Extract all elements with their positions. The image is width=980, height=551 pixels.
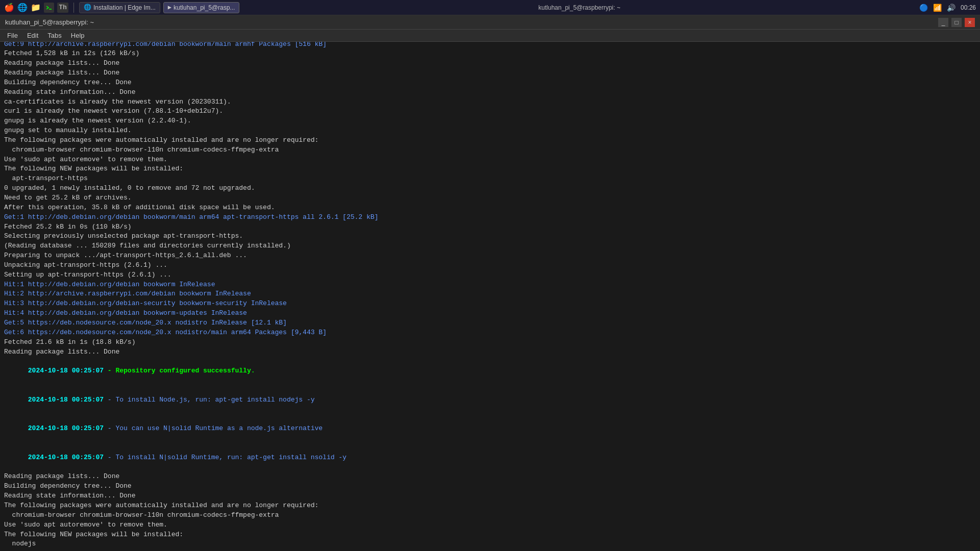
line-reading3: Reading package lists... Done <box>4 347 976 357</box>
terminal-icon-taskbar[interactable] <box>44 3 54 13</box>
line-new-packages2: The following NEW packages will be insta… <box>4 530 976 540</box>
terminal-taskbar-btn[interactable]: ▶ kutluhan_pi_5@rasp... <box>163 2 240 13</box>
minimize-button[interactable]: _ <box>938 18 948 27</box>
taskbar-left: 🍎 🌐 📁 Th 🌐 Installation | Edge Im... ▶ k… <box>4 2 239 13</box>
line-upgraded: 0 upgraded, 1 newly installed, 0 to remo… <box>4 184 976 193</box>
line-gnupg2: gnupg set to manually installed. <box>4 126 976 136</box>
line-gnupg1: gnupg is already the newest version (2.2… <box>4 116 976 126</box>
titlebar-controls: _ □ × <box>938 18 975 27</box>
menu-file[interactable]: File <box>3 31 22 40</box>
line-fetched2: Fetched 25.2 kB in 0s (110 kB/s) <box>4 222 976 232</box>
terminal-title-text: kutluhan_pi_5@raspberrypi: ~ <box>5 18 94 26</box>
line-preparing: Preparing to unpack .../apt-transport-ht… <box>4 251 976 261</box>
browser-icon[interactable]: 🌐 <box>17 3 28 13</box>
line-repo-configured: 2024-10-18 00:25:07 - Repository configu… <box>4 357 976 386</box>
taskbar-title: kutluhan_pi_5@raspberrypi: ~ <box>538 4 621 11</box>
line-get-node2: Get:6 https://deb.nodesource.com/node_20… <box>4 328 976 338</box>
apple-icon[interactable]: 🍎 <box>4 3 14 13</box>
line-chromium2: chromium-browser chromium-browser-l10n c… <box>4 511 976 520</box>
edge-taskbar-btn[interactable]: 🌐 Installation | Edge Im... <box>79 2 160 13</box>
menu-edit[interactable]: Edit <box>23 31 42 40</box>
terminal-body[interactable]: kutluhan_pi_5@raspberrypi:~ $ curl -sL h… <box>0 42 980 551</box>
volume-icon: 🔊 <box>947 4 955 12</box>
line-auto-installed: The following packages were automaticall… <box>4 136 976 145</box>
line-reading-db: (Reading database ... 150289 files and d… <box>4 241 976 251</box>
line-new-packages: The following NEW packages will be insta… <box>4 164 976 174</box>
wifi-icon: 📶 <box>933 4 942 12</box>
line-hit2-4: Hit:4 http://deb.debian.org/debian bookw… <box>4 309 976 318</box>
files-icon[interactable]: 📁 <box>31 3 41 13</box>
line-get9: Get:9 http://archive.raspberrypi.com/deb… <box>4 42 976 49</box>
line-get-apt: Get:1 http://deb.debian.org/debian bookw… <box>4 213 976 222</box>
line-fetched: Fetched 1,528 kB in 12s (126 kB/s) <box>4 49 976 59</box>
line-unpacking: Unpacking apt-transport-https (2.6.1) ..… <box>4 261 976 270</box>
line-hit2-3: Hit:3 http://deb.debian.org/debian-secur… <box>4 299 976 309</box>
line-selecting: Selecting previously unselected package … <box>4 232 976 241</box>
bluetooth-icon: 🔵 <box>919 4 928 12</box>
line-apt-transport: apt-transport-https <box>4 174 976 184</box>
line-install-node: 2024-10-18 00:25:07 - To install Node.js… <box>4 386 976 415</box>
line-autoremove: Use 'sudo apt autoremove' to remove them… <box>4 155 976 165</box>
line-nsolid-can: 2024-10-18 00:25:07 - You can use N|soli… <box>4 414 976 443</box>
line-auto2: The following packages were automaticall… <box>4 501 976 511</box>
line-nodejs: nodejs <box>4 539 976 549</box>
line-state2: Reading state information... Done <box>4 491 976 501</box>
menu-tabs[interactable]: Tabs <box>43 31 65 40</box>
line-cacert: ca-certificates is already the newest ve… <box>4 97 976 107</box>
menu-bar: File Edit Tabs Help <box>0 30 980 42</box>
line-curl: curl is already the newest version (7.88… <box>4 107 976 116</box>
maximize-button[interactable]: □ <box>951 18 962 27</box>
line-nsolid-install: 2024-10-18 00:25:07 - To install N|solid… <box>4 443 976 472</box>
line-fetched3: Fetched 21.6 kB in 1s (18.8 kB/s) <box>4 338 976 347</box>
clock: 00:26 <box>961 4 976 11</box>
line-setting-up: Setting up apt-transport-https (2.6.1) .… <box>4 270 976 280</box>
line-need-get: Need to get 25.2 kB of archives. <box>4 193 976 203</box>
line-get-node1: Get:5 https://deb.nodesource.com/node_20… <box>4 318 976 328</box>
line-reading4: Reading package lists... Done <box>4 472 976 482</box>
close-button[interactable]: × <box>965 18 975 27</box>
taskbar: 🍎 🌐 📁 Th 🌐 Installation | Edge Im... ▶ k… <box>0 0 980 15</box>
thonny-icon[interactable]: Th <box>57 3 68 13</box>
line-state1: Reading state information... Done <box>4 88 976 97</box>
line-reading1: Reading package lists... Done <box>4 59 976 68</box>
line-hit2-1: Hit:1 http://deb.debian.org/debian bookw… <box>4 280 976 290</box>
line-autoremove2: Use 'sudo apt autoremove' to remove them… <box>4 520 976 530</box>
terminal-titlebar: kutluhan_pi_5@raspberrypi: ~ _ □ × <box>0 15 980 30</box>
line-hit2-2: Hit:2 http://archive.raspberrypi.com/deb… <box>4 289 976 299</box>
line-reading2: Reading package lists... Done <box>4 68 976 78</box>
line-building2: Building dependency tree... Done <box>4 482 976 491</box>
line-chromium: chromium-browser chromium-browser-l10n c… <box>4 145 976 155</box>
line-building1: Building dependency tree... Done <box>4 78 976 88</box>
line-disk-space: After this operation, 35.8 kB of additio… <box>4 203 976 213</box>
taskbar-tray: 🔵 📶 🔊 00:26 <box>919 4 976 12</box>
menu-help[interactable]: Help <box>67 31 89 40</box>
terminal-window: kutluhan_pi_5@raspberrypi: ~ _ □ × File … <box>0 15 980 551</box>
